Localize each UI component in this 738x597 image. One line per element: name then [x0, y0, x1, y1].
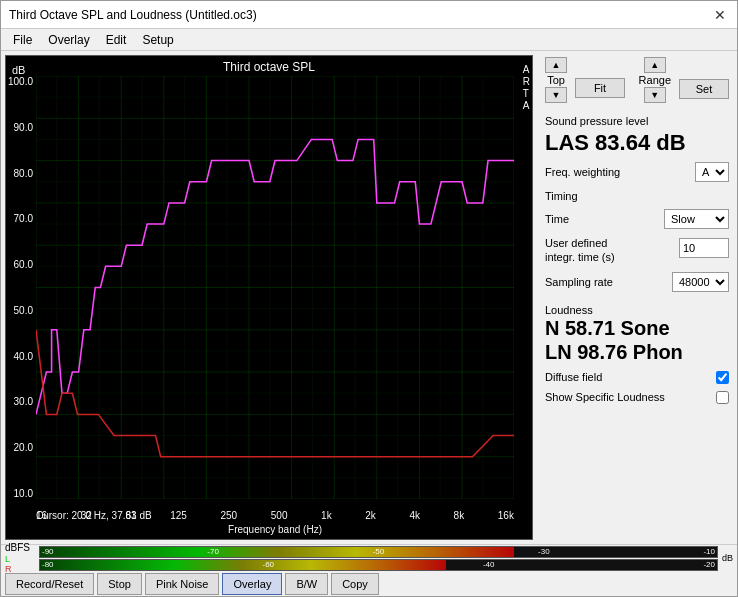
menu-setup[interactable]: Setup	[134, 31, 181, 49]
x-tick-125: 125	[170, 510, 187, 521]
y-tick-10: 10.0	[14, 488, 33, 499]
sampling-rate-label: Sampling rate	[545, 276, 613, 288]
y-tick-20: 20.0	[14, 442, 33, 453]
freq-weighting-row: Freq. weighting A C Z	[545, 162, 729, 182]
top-label: Top	[547, 74, 565, 86]
stop-button[interactable]: Stop	[97, 573, 142, 595]
bw-button[interactable]: B/W	[285, 573, 328, 595]
loudness-section: Loudness N 58.71 Sone LN 98.76 Phon	[545, 300, 729, 364]
window-title: Third Octave SPL and Loudness (Untitled.…	[9, 8, 257, 22]
dbfs-text: dBFS	[5, 542, 37, 553]
set-button[interactable]: Set	[679, 79, 729, 99]
r-meter: -80 -60 -40 -20	[39, 559, 718, 571]
n-value: N 58.71 Sone	[545, 316, 729, 340]
y-tick-90: 90.0	[14, 122, 33, 133]
x-tick-16k: 16k	[498, 510, 514, 521]
time-label: Time	[545, 213, 569, 225]
right-panel: ▲ Top ▼ Fit ▲ Range ▼ Set	[537, 51, 737, 544]
y-tick-50: 50.0	[14, 305, 33, 316]
top-control-group: ▲ Top ▼	[545, 57, 567, 103]
show-specific-row: Show Specific Loudness	[545, 391, 729, 404]
show-specific-label: Show Specific Loudness	[545, 391, 665, 403]
y-axis-label: dB	[12, 64, 25, 76]
y-tick-30: 30.0	[14, 396, 33, 407]
spl-value: LAS 83.64 dB	[545, 131, 729, 155]
arta-label: ARTA	[523, 64, 530, 112]
y-tick-80: 80.0	[14, 168, 33, 179]
top-up-button[interactable]: ▲	[545, 57, 567, 73]
diffuse-field-checkbox[interactable]	[716, 371, 729, 384]
buttons-row: Record/Reset Stop Pink Noise Overlay B/W…	[1, 571, 737, 596]
y-tick-100: 100.0	[8, 76, 33, 87]
cursor-info: Cursor: 20.0 Hz, 37.81 dB	[36, 510, 152, 521]
timing-label: Timing	[545, 190, 729, 202]
time-select[interactable]: Fast Slow Impulse Leq	[664, 209, 729, 229]
time-row: Time Fast Slow Impulse Leq	[545, 209, 729, 229]
fit-control-group: Fit	[575, 61, 625, 99]
y-tick-40: 40.0	[14, 351, 33, 362]
loudness-section-label: Loudness	[545, 304, 729, 316]
range-down-button[interactable]: ▼	[644, 87, 666, 103]
range-controls: ▲ Top ▼ Fit ▲ Range ▼ Set	[545, 57, 729, 103]
main-content: Third octave SPL ARTA dB 100.0 90.0 80.0…	[1, 51, 737, 544]
dbfs-label: dBFS L R	[5, 542, 37, 574]
level-meters: -90 -70 -50 -30 -10 -80 -60 -40 -	[39, 546, 718, 571]
dbfs-row: dBFS L R -90 -70 -50 -30 -10	[1, 545, 737, 571]
x-tick-1k: 1k	[321, 510, 332, 521]
chart-area: Third octave SPL ARTA dB 100.0 90.0 80.0…	[5, 55, 533, 540]
fit-button[interactable]: Fit	[575, 78, 625, 98]
menu-edit[interactable]: Edit	[98, 31, 135, 49]
pink-noise-button[interactable]: Pink Noise	[145, 573, 220, 595]
sampling-rate-select[interactable]: 44100 48000 96000	[672, 272, 729, 292]
set-control-group: Set	[679, 62, 729, 99]
copy-button[interactable]: Copy	[331, 573, 379, 595]
user-integr-row: User defined integr. time (s)	[545, 236, 729, 265]
db-end-label: dB	[720, 553, 733, 563]
y-axis-ticks: 100.0 90.0 80.0 70.0 60.0 50.0 40.0 30.0…	[6, 76, 36, 499]
chart-grid	[36, 76, 514, 499]
record-reset-button[interactable]: Record/Reset	[5, 573, 94, 595]
x-tick-500: 500	[271, 510, 288, 521]
close-button[interactable]: ✕	[711, 6, 729, 24]
x-axis-title: Frequency band (Hz)	[36, 524, 514, 535]
title-bar: Third Octave SPL and Loudness (Untitled.…	[1, 1, 737, 29]
range-label: Range	[639, 74, 671, 86]
y-tick-70: 70.0	[14, 213, 33, 224]
main-window: Third Octave SPL and Loudness (Untitled.…	[0, 0, 738, 597]
freq-weighting-select[interactable]: A C Z	[695, 162, 729, 182]
bottom-bar: dBFS L R -90 -70 -50 -30 -10	[1, 544, 737, 596]
menu-overlay[interactable]: Overlay	[40, 31, 97, 49]
x-tick-8k: 8k	[454, 510, 465, 521]
range-control-group: ▲ Range ▼	[639, 57, 671, 103]
sampling-rate-row: Sampling rate 44100 48000 96000	[545, 272, 729, 292]
show-specific-checkbox[interactable]	[716, 391, 729, 404]
top-down-button[interactable]: ▼	[545, 87, 567, 103]
range-up-button[interactable]: ▲	[644, 57, 666, 73]
chart-title: Third octave SPL	[6, 60, 532, 74]
ln-value: LN 98.76 Phon	[545, 340, 729, 364]
l-label: L	[5, 554, 37, 564]
chart-svg	[36, 76, 514, 499]
spl-section-label: Sound pressure level	[545, 115, 729, 127]
menu-bar: File Overlay Edit Setup	[1, 29, 737, 51]
x-tick-2k: 2k	[365, 510, 376, 521]
x-tick-250: 250	[221, 510, 238, 521]
diffuse-field-row: Diffuse field	[545, 371, 729, 384]
overlay-button[interactable]: Overlay	[222, 573, 282, 595]
x-tick-4k: 4k	[409, 510, 420, 521]
menu-file[interactable]: File	[5, 31, 40, 49]
user-integr-label: User defined integr. time (s)	[545, 236, 640, 265]
l-meter: -90 -70 -50 -30 -10	[39, 546, 718, 558]
y-tick-60: 60.0	[14, 259, 33, 270]
user-integr-input[interactable]	[679, 238, 729, 258]
diffuse-field-label: Diffuse field	[545, 371, 602, 383]
freq-weighting-label: Freq. weighting	[545, 166, 620, 178]
